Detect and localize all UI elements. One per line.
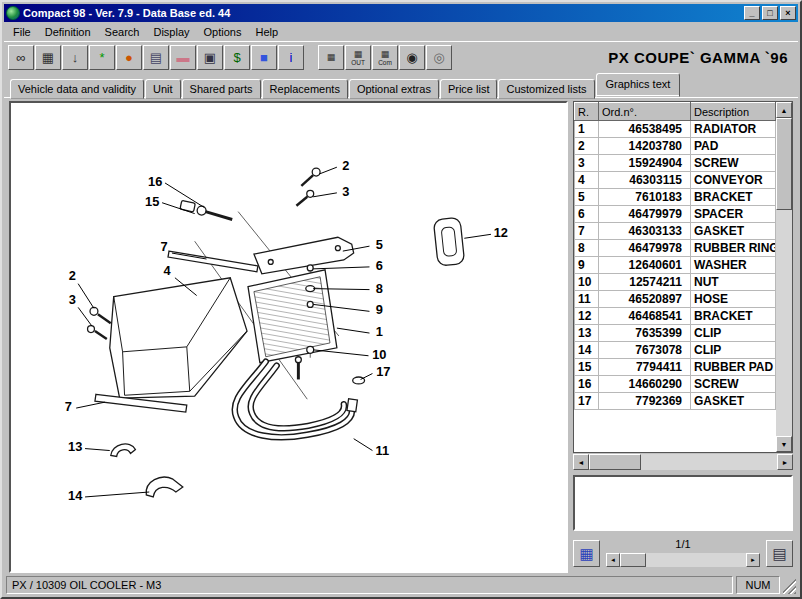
tab-vehicle-data-and-validity[interactable]: Vehicle data and validity	[10, 79, 144, 99]
callout-12[interactable]: 12	[494, 225, 508, 240]
menu-definition[interactable]: Definition	[38, 24, 98, 40]
table-view-button[interactable]: ▦	[318, 45, 344, 70]
callout-6[interactable]: 6	[376, 258, 383, 273]
table-row[interactable]: 137635399CLIP	[575, 325, 776, 342]
table-row[interactable]: 157794411RUBBER PAD	[575, 359, 776, 376]
callout-3[interactable]: 3	[69, 292, 76, 307]
callout-13[interactable]: 13	[68, 439, 82, 454]
price-dollar-icon: $	[233, 51, 240, 64]
callout-14[interactable]: 14	[68, 488, 83, 503]
monitor-button[interactable]: ■	[251, 45, 277, 70]
table-row[interactable]: 146538495RADIATOR	[575, 121, 776, 138]
table-row[interactable]: 177792369GASKET	[575, 393, 776, 410]
table-vertical-scrollbar[interactable]: ▲ ▼	[776, 102, 792, 452]
menu-options[interactable]: Options	[197, 24, 249, 40]
tab-optional-extras[interactable]: Optional extras	[349, 79, 439, 99]
eraser-button[interactable]: ▬	[170, 45, 196, 70]
report-export-button[interactable]: ▤	[766, 540, 793, 567]
tab-customized-lists[interactable]: Customized lists	[498, 79, 594, 99]
target-ball-button[interactable]: ●	[116, 45, 142, 70]
info-button[interactable]: i	[278, 45, 304, 70]
tab-replacements[interactable]: Replacements	[262, 79, 348, 99]
title-bar[interactable]: Compact 98 - Ver. 7.9 - Data Base ed. 44…	[4, 4, 798, 22]
column-header: Ord.n°.	[599, 103, 691, 121]
scroll-down-icon[interactable]: ▼	[776, 436, 792, 452]
parts-panel: R.Ord.n°.Description 146538495RADIATOR21…	[573, 101, 793, 573]
download-arrow-button[interactable]: ↓	[62, 45, 88, 70]
vertical-scroll-thumb[interactable]	[776, 118, 792, 210]
minimize-button[interactable]: _	[744, 6, 760, 20]
menu-help[interactable]: Help	[248, 24, 285, 40]
callout-4[interactable]: 4	[163, 263, 171, 278]
table-row[interactable]: 746303133GASKET	[575, 223, 776, 240]
diagram-svg[interactable]: 1615235689110171223747131411	[11, 103, 566, 571]
price-dollar-button[interactable]: $	[224, 45, 250, 70]
page-scroll-thumb[interactable]	[620, 553, 646, 567]
horizontal-scroll-track[interactable]	[641, 454, 777, 470]
notes-box[interactable]	[573, 475, 793, 531]
vertical-scroll-track[interactable]	[776, 210, 792, 436]
document-button[interactable]: ▤	[143, 45, 169, 70]
callout-7[interactable]: 7	[65, 399, 72, 414]
menu-search[interactable]: Search	[98, 24, 147, 40]
table-row[interactable]: 1012574211NUT	[575, 274, 776, 291]
printer-button[interactable]: ▣	[197, 45, 223, 70]
horizontal-scroll-thumb[interactable]	[589, 454, 641, 470]
table-row[interactable]: 147673078CLIP	[575, 342, 776, 359]
tab-price-list[interactable]: Price list	[440, 79, 498, 99]
table-row[interactable]: 1146520897HOSE	[575, 291, 776, 308]
callout-7[interactable]: 7	[160, 239, 167, 254]
callout-1[interactable]: 1	[376, 324, 383, 339]
grid-view-button[interactable]: ▦	[573, 540, 600, 567]
table-row[interactable]: 57610183BRACKET	[575, 189, 776, 206]
table-row[interactable]: 446303115CONVEYOR	[575, 172, 776, 189]
scroll-right-icon[interactable]: ►	[777, 454, 793, 470]
table-row[interactable]: 646479979SPACER	[575, 206, 776, 223]
tab-graphics-text[interactable]: Graphics text	[596, 73, 681, 97]
page-scroll-track[interactable]	[646, 553, 746, 567]
tab-shared-parts[interactable]: Shared parts	[182, 79, 261, 99]
callout-9[interactable]: 9	[376, 302, 383, 317]
callout-2[interactable]: 2	[69, 268, 76, 283]
maximize-button[interactable]: □	[762, 6, 778, 20]
callout-leader-10	[313, 350, 368, 356]
scroll-left-icon[interactable]: ◄	[573, 454, 589, 470]
table-com-button[interactable]: ▦Com	[372, 45, 398, 70]
diagram-panel[interactable]: 1615235689110171223747131411	[9, 101, 568, 573]
table-out-button[interactable]: ▦OUT	[345, 45, 371, 70]
resize-grip[interactable]	[783, 576, 796, 594]
callout-16[interactable]: 16	[148, 174, 162, 189]
main-area: 1615235689110171223747131411 R.Ord.n°.De…	[4, 97, 798, 575]
page-scroll-left-icon[interactable]: ◄	[606, 553, 620, 567]
table-row[interactable]: 315924904SCREW	[575, 155, 776, 172]
close-button[interactable]: ×	[780, 6, 796, 20]
table-row[interactable]: 214203780PAD	[575, 138, 776, 155]
table-row[interactable]: 1614660290SCREW	[575, 376, 776, 393]
page-scrollbar[interactable]: ◄ ►	[606, 553, 760, 567]
callout-11[interactable]: 11	[376, 443, 390, 458]
callout-2[interactable]: 2	[342, 158, 349, 173]
table-row[interactable]: 1246468541BRACKET	[575, 308, 776, 325]
callout-8[interactable]: 8	[376, 281, 383, 296]
binoculars-search-button[interactable]: ∞	[8, 45, 34, 70]
tree-refresh-button[interactable]: *	[89, 45, 115, 70]
callout-10[interactable]: 10	[372, 347, 386, 362]
table-out-icon: ▦	[354, 50, 363, 59]
page-scroll-right-icon[interactable]: ►	[746, 553, 760, 567]
callout-17[interactable]: 17	[376, 364, 390, 379]
table-horizontal-scrollbar[interactable]: ◄ ►	[573, 454, 793, 470]
callout-3[interactable]: 3	[342, 184, 349, 199]
tab-unit[interactable]: Unit	[145, 79, 181, 99]
callout-15[interactable]: 15	[145, 194, 159, 209]
callout-5[interactable]: 5	[376, 237, 383, 252]
steering-wheel-button[interactable]: ◉	[399, 45, 425, 70]
column-header: R.	[575, 103, 599, 121]
device-button[interactable]: ◎	[426, 45, 452, 70]
grid-matrix-button[interactable]: ▦	[35, 45, 61, 70]
menu-display[interactable]: Display	[146, 24, 196, 40]
steering-wheel-icon: ◉	[406, 51, 417, 64]
table-row[interactable]: 912640601WASHER	[575, 257, 776, 274]
scroll-up-icon[interactable]: ▲	[776, 102, 792, 118]
table-row[interactable]: 846479978RUBBER RING	[575, 240, 776, 257]
menu-file[interactable]: File	[6, 24, 38, 40]
